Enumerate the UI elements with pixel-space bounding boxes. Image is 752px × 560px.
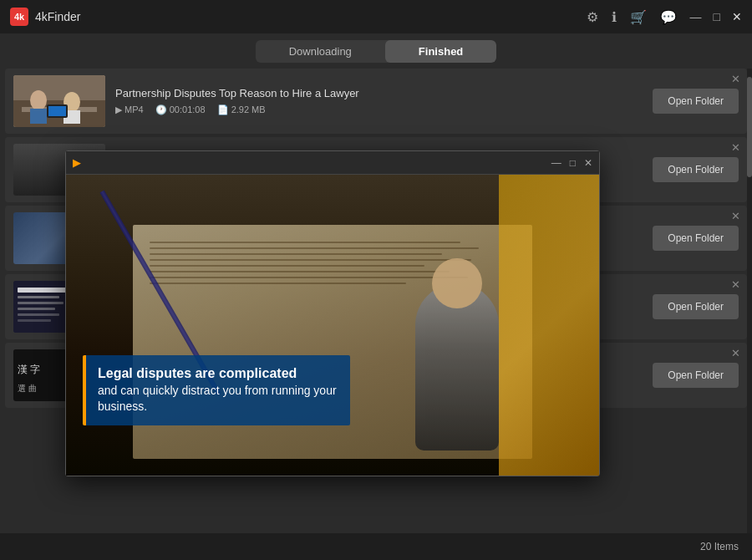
video-play-icon: ▶ [73,156,81,169]
scrollbar-thumb[interactable] [747,77,752,177]
svg-rect-10 [18,288,68,293]
info-icon[interactable]: ℹ [612,9,617,25]
close-item-5[interactable]: ✕ [731,348,740,359]
open-folder-button-4[interactable]: Open Folder [653,294,739,319]
close-item-4[interactable]: ✕ [731,279,740,290]
video-preview-overlay[interactable]: ▶ — □ ✕ [65,150,600,476]
tab-finished[interactable]: Finished [385,40,496,63]
maximize-button[interactable]: □ [714,10,720,23]
scrollbar[interactable] [747,69,752,533]
item-info-1: Partnership Disputes Top Reason to Hire … [105,87,653,115]
list-item: Partnership Disputes Top Reason to Hire … [5,69,747,134]
person-head [432,258,482,308]
item-actions-5: Open Folder [653,363,739,388]
video-caption-box: Legal disputes are complicated and can q… [83,355,350,425]
open-folder-button-2[interactable]: Open Folder [653,157,739,182]
svg-rect-11 [18,296,59,298]
item-title-1: Partnership Disputes Top Reason to Hire … [115,87,643,99]
person-figure [415,283,499,451]
svg-point-3 [30,90,47,110]
size-1: 📄 2.92 MB [217,104,266,115]
close-item-2[interactable]: ✕ [731,142,740,153]
open-folder-button-5[interactable]: Open Folder [653,363,739,388]
item-actions-1: Open Folder [653,89,739,114]
caption-main: Legal disputes are complicated [98,365,338,383]
open-folder-button-3[interactable]: Open Folder [653,226,739,251]
svg-rect-4 [30,109,47,124]
video-maximize-button[interactable]: □ [570,157,576,169]
svg-rect-8 [48,106,66,116]
thumb-svg-1 [13,75,105,127]
title-bar: 4k 4kFinder ⚙ ℹ 🛒 💬 — □ ✕ [0,0,752,33]
svg-rect-13 [18,308,55,310]
video-close-button[interactable]: ✕ [584,157,592,169]
duration-1: 🕐 00:01:08 [155,104,206,115]
chat-icon[interactable]: 💬 [660,9,677,25]
toolbar-icons: ⚙ ℹ 🛒 💬 [587,9,677,25]
svg-text:漢 字: 漢 字 [18,364,40,375]
close-button[interactable]: ✕ [732,10,742,23]
caption-sub: and can quickly distract you from runnin… [98,383,338,415]
app-logo: 4k [10,8,28,26]
tab-downloading[interactable]: Downloading [256,40,385,63]
format-icon-1: ▶ MP4 [115,104,144,115]
close-item-3[interactable]: ✕ [731,211,740,221]
tab-bar: Downloading Finished [0,33,752,69]
item-actions-4: Open Folder [653,294,739,319]
right-accent [499,175,599,476]
open-folder-button-1[interactable]: Open Folder [653,89,739,114]
minimize-button[interactable]: — [690,10,702,23]
item-actions-3: Open Folder [653,226,739,251]
item-meta-1: ▶ MP4 🕐 00:01:08 📄 2.92 MB [115,104,643,115]
svg-rect-15 [18,319,51,322]
items-count: 20 Items [700,541,739,552]
app-name: 4kFinder [35,10,80,23]
close-item-1[interactable]: ✕ [731,74,740,84]
video-title-bar: ▶ — □ ✕ [66,151,599,175]
status-bar: 20 Items [0,533,752,560]
window-controls: — □ ✕ [690,10,742,23]
video-window-controls: — □ ✕ [551,157,592,169]
video-content: Legal disputes are complicated and can q… [66,175,599,476]
settings-icon[interactable]: ⚙ [587,9,598,25]
thumbnail-1 [13,75,105,127]
item-actions-2: Open Folder [653,157,739,182]
svg-text:選 曲: 選 曲 [18,384,37,393]
video-background: Legal disputes are complicated and can q… [66,175,599,476]
svg-rect-14 [18,313,59,316]
app-branding: 4k 4kFinder [10,8,80,26]
svg-rect-12 [18,302,64,304]
video-minimize-button[interactable]: — [551,157,561,169]
tabs-container: Downloading Finished [256,40,497,63]
cart-icon[interactable]: 🛒 [630,9,647,25]
